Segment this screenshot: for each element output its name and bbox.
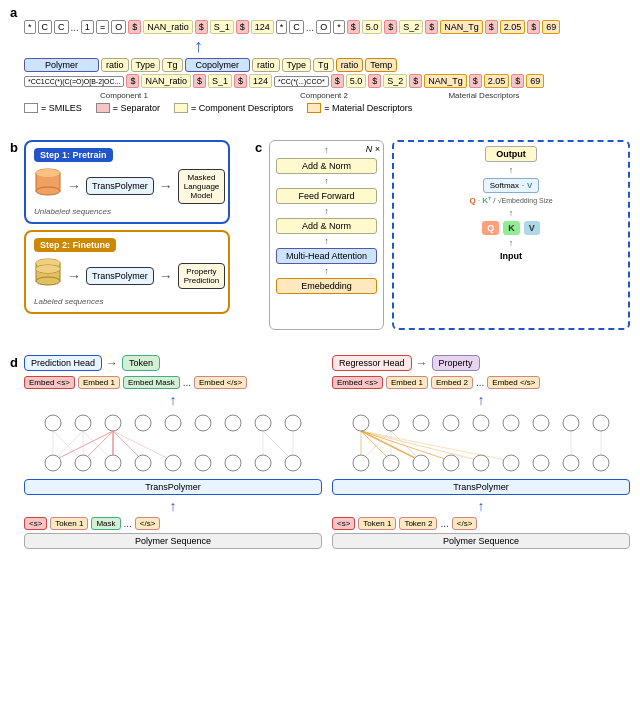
svg-point-3 <box>36 169 60 177</box>
svg-point-64 <box>443 455 459 471</box>
svg-point-53 <box>383 415 399 431</box>
connector4: ↑ <box>276 266 377 276</box>
attn-connector3: ↑ <box>509 238 514 248</box>
dots-left: ... <box>183 377 191 388</box>
svg-point-6 <box>36 277 60 285</box>
input-t1-right: Token 1 <box>358 517 396 530</box>
input-s-left: <s> <box>24 517 47 530</box>
separator-token: $ <box>126 74 139 88</box>
descriptor-token: 5.0 <box>362 20 383 34</box>
descriptor-token: 5.0 <box>346 74 367 88</box>
separator-token: $ <box>347 20 360 34</box>
header-tg: Tg <box>162 58 183 72</box>
mat-descriptor-token: 69 <box>542 20 560 34</box>
unlabeled-label: Unlabeled sequences <box>34 207 220 216</box>
up-arrow-left: ↑ <box>24 392 322 408</box>
property-pred-box: Property Prediction <box>178 263 226 289</box>
mat-descriptor-token: 2.05 <box>484 74 510 88</box>
dots-right: ... <box>476 377 484 388</box>
separator-token: $ <box>511 74 524 88</box>
neural-net-right <box>332 411 630 476</box>
input-token-row-right: <s> Token 1 Token 2 ... </s> <box>332 517 630 530</box>
descriptor-token: S_2 <box>383 74 407 88</box>
connector3: ↑ <box>276 236 377 246</box>
connector2: ↑ <box>276 206 377 216</box>
sqrt-label: Q · Kᵀ / √Embedding Size <box>469 196 552 205</box>
separator-token: $ <box>485 20 498 34</box>
poly-seq-right: Polymer Sequence <box>332 533 630 549</box>
svg-point-10 <box>45 415 61 431</box>
mat-desc-label: Material Descriptors <box>424 91 544 100</box>
svg-point-67 <box>533 455 549 471</box>
descriptor-token: S_1 <box>210 20 234 34</box>
separator-token: $ <box>384 20 397 34</box>
descriptor-token: 124 <box>249 74 272 88</box>
left-embed-row: Embed <s> Embed 1 Embed Mask ... Embed <… <box>24 376 322 389</box>
down-arrow: ↑ <box>24 36 630 57</box>
svg-point-69 <box>593 455 609 471</box>
svg-point-12 <box>105 415 121 431</box>
attn-input: Input <box>500 251 522 261</box>
attn-connector1: ↑ <box>509 165 514 175</box>
header-polymer: Polymer <box>24 58 99 72</box>
up-arrow-right-2: ↑ <box>332 498 630 514</box>
up-arrow-left-2: ↑ <box>24 498 322 514</box>
svg-point-14 <box>165 415 181 431</box>
svg-point-66 <box>503 455 519 471</box>
section-d-label: d <box>10 355 18 370</box>
svg-point-18 <box>285 415 301 431</box>
section-a-label: a <box>10 5 17 20</box>
input-mask-left: Mask <box>91 517 120 530</box>
separator-token: $ <box>331 74 344 88</box>
comp1-label: Component 1 <box>24 91 224 100</box>
embed-s-left: Embed <s> <box>24 376 75 389</box>
mat-descriptor-token: NAN_Tg <box>424 74 467 88</box>
svg-point-9 <box>36 265 60 273</box>
dots-input-right: ... <box>440 518 448 529</box>
mat-descriptor-token: NAN_Tg <box>440 20 483 34</box>
separator-token: $ <box>128 20 141 34</box>
add-norm-2: Add & Norm <box>276 218 377 234</box>
legend-mat-box <box>307 103 321 113</box>
transpolymer-box-1: TransPolymer <box>86 177 154 195</box>
database-icon-2 <box>34 257 62 295</box>
neural-net-left <box>24 411 322 476</box>
section-b-label: b <box>10 140 18 155</box>
svg-point-34 <box>105 455 121 471</box>
output-connector: ↑ <box>276 145 377 155</box>
header-ratio3: ratio <box>336 58 364 72</box>
arrow-right-3: → <box>67 268 81 284</box>
k-box: K <box>503 221 520 235</box>
svg-point-59 <box>563 415 579 431</box>
dots-input-left: ... <box>124 518 132 529</box>
labeled-label: Labeled sequences <box>34 297 220 306</box>
separator-token: $ <box>193 74 206 88</box>
svg-point-58 <box>533 415 549 431</box>
token-output-box: Token <box>122 355 160 371</box>
embed-1-left: Embed 1 <box>78 376 120 389</box>
svg-point-36 <box>165 455 181 471</box>
svg-point-52 <box>353 415 369 431</box>
svg-point-62 <box>383 455 399 471</box>
separator-token: $ <box>236 20 249 34</box>
descriptor-token: NAN_ratio <box>143 20 193 34</box>
svg-point-68 <box>563 455 579 471</box>
embed-mask-left: Embed Mask <box>123 376 180 389</box>
input-end-right: </s> <box>452 517 478 530</box>
svg-point-60 <box>593 415 609 431</box>
transpolymer-right: TransPolymer <box>332 479 630 495</box>
smiles-token: *CC(*(...)CCO* <box>274 76 329 87</box>
mlm-box: Masked Language Model <box>178 169 226 204</box>
svg-point-55 <box>443 415 459 431</box>
multi-head-attn: Multi-Head Attention <box>276 248 377 264</box>
n-times: N × <box>366 144 380 154</box>
legend-comp-box <box>174 103 188 113</box>
descriptor-token: 124 <box>251 20 274 34</box>
svg-point-38 <box>225 455 241 471</box>
separator-token: $ <box>368 74 381 88</box>
attn-output: Output <box>485 146 537 162</box>
embed-1-right: Embed 1 <box>386 376 428 389</box>
database-icon-1 <box>34 167 62 205</box>
arrow-right-head-r: → <box>416 356 428 370</box>
svg-point-13 <box>135 415 151 431</box>
